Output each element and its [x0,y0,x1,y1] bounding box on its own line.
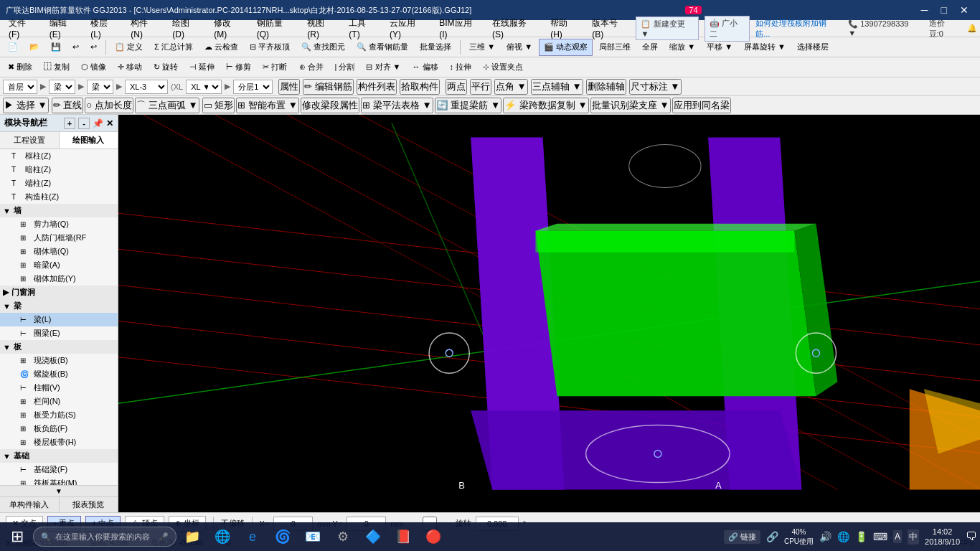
phone-btn[interactable]: 📞 13907298339 ▼ [845,18,920,39]
local-3d-btn[interactable]: 局部三维 [594,39,636,56]
zoom-btn[interactable]: 缩放 ▼ [664,39,700,56]
tab-draw-input[interactable]: 绘图输入 [60,132,118,149]
menu-bim[interactable]: BIM应用(I) [433,20,485,37]
taskbar-app-book[interactable]: 📕 [389,522,418,551]
sidebar-pin-btn[interactable]: 📌 [93,118,103,128]
tree-item-col-cap[interactable]: ⊢柱帽(V) [0,381,118,395]
open-file-btn[interactable]: 📂 [24,39,44,56]
flat-top-btn[interactable]: ⊟ 平齐板顶 [245,39,295,56]
search-box[interactable]: 🔍 在这里输入你要搜索的内容 🎤 [33,527,176,547]
pick-component-btn[interactable]: 拾取构件 [400,79,440,95]
close-button[interactable]: ✕ [954,4,974,16]
define-btn[interactable]: 📋 定义 [110,39,148,56]
tree-item-spiral-slab[interactable]: 🌀螺旋板(B) [0,367,118,381]
select-floor-btn[interactable]: 选择楼层 [792,39,834,56]
top-view-btn[interactable]: 俯视 ▼ [501,39,537,56]
select-mode-btn[interactable]: ▶ 选择 ▼ [3,98,49,113]
maximize-button[interactable]: □ [936,4,953,16]
volume-icon[interactable]: 🔊 [819,531,831,542]
tree-item-beam[interactable]: ⊢梁(L) [0,313,118,326]
property-btn[interactable]: 属性 [278,79,300,95]
extend-btn[interactable]: ⊣ 延伸 [184,59,220,76]
notification-btn[interactable]: 🗨 [966,530,977,543]
taskbar-app-store[interactable]: 📧 [298,522,327,551]
3d-view-btn[interactable]: 三维 ▼ [464,39,500,56]
merge-btn[interactable]: ⊕ 合并 [294,59,329,76]
split-btn[interactable]: | 分割 [330,59,360,76]
menu-file[interactable]: 文件(F) [3,20,42,37]
group-beam[interactable]: ▼梁 [0,299,118,313]
beam-table-btn[interactable]: ⊞ 梁平法表格 ▼ [361,98,433,113]
identify-support-btn[interactable]: 批量识别梁支座 ▼ [590,98,671,113]
smart-layout-btn[interactable]: ⊞ 智能布置 ▼ [236,98,299,113]
keyboard-icon[interactable]: ⌨ [873,531,887,542]
new-change-btn[interactable]: 📋 新建变更 ▼ [636,17,699,40]
tree-item-slab-neg-rebar[interactable]: ⊞板负筋(F) [0,422,118,435]
menu-tools[interactable]: 工具(T) [343,20,382,37]
reextract-btn[interactable]: 🔄 重提梁筋 ▼ [435,98,502,113]
start-button[interactable]: ⊞ [3,522,32,551]
point-angle-btn[interactable]: 点角 ▼ [494,79,528,95]
beam-name-select[interactable]: 梁 [87,80,113,94]
point-length-btn[interactable]: ○ 点加长度 [85,98,133,113]
component-type-select[interactable]: 梁 [49,80,75,94]
menu-draw[interactable]: 绘图(D) [166,20,207,37]
help-link[interactable]: 如何处理筏板附加钢筋... [755,18,839,39]
tree-item-slab-force-rebar[interactable]: ⊞板受力筋(S) [0,408,118,422]
set-grip-btn[interactable]: ⊹ 设置夹点 [478,59,528,76]
network-icon[interactable]: 🌐 [837,531,849,542]
taskbar-app-blue[interactable]: 🔷 [359,522,387,551]
tree-item-railspace[interactable]: ⊞栏间(N) [0,395,118,408]
move-btn[interactable]: ✛ 移动 [113,59,147,76]
tree-item-masonry-rebar[interactable]: ⊞砌体加筋(Y) [0,272,118,286]
dynamic-observe-btn[interactable]: 🎬 动态观察 [539,39,593,56]
assistant-btn[interactable]: 🤖 广小二 [705,16,750,42]
tree-item-civil-def-wall[interactable]: ⊞人防门框墙(RF [0,231,118,245]
tree-item-floor-band[interactable]: ⊞楼层板带(H) [0,435,118,449]
taskbar-app-mail[interactable]: 🌀 [268,522,297,551]
menu-component[interactable]: 构件(N) [125,20,165,37]
score-btn[interactable]: 造价豆:0 [926,17,961,41]
beam-section-select[interactable]: XL ▼ [186,80,222,94]
trim-btn[interactable]: ⊢ 修剪 [221,59,256,76]
lang-selector[interactable]: A [893,530,902,543]
menu-cloud[interactable]: 云应用(Y) [384,20,432,37]
taskbar-app-settings[interactable]: ⚙ [329,522,357,551]
view-rebar-btn[interactable]: 🔍 查看钢筋量 [352,39,413,56]
modify-beam-prop-btn[interactable]: 修改梁段属性 [301,98,359,113]
share-icon[interactable]: 🔗 [766,531,778,542]
group-foundation[interactable]: ▼基础 [0,449,118,463]
copy-btn[interactable]: ⿰ 复制 [39,59,75,76]
component-list-btn[interactable]: 构件列表 [357,79,397,95]
group-slab[interactable]: ▼板 [0,340,118,354]
canvas-area[interactable]: B A X Y Z [118,115,980,512]
menu-edit[interactable]: 编辑(E) [44,20,83,37]
tree-item-struct-col[interactable]: T构造柱(Z) [0,190,118,204]
tree-item-frame-col[interactable]: T框柱(Z) [0,149,118,163]
new-file-btn[interactable]: 📄 [3,39,23,56]
tab-project-settings[interactable]: 工程设置 [0,132,60,149]
offset-btn[interactable]: ↔ 偏移 [407,59,443,76]
sidebar-remove-btn[interactable]: - [78,118,90,129]
screen-rotate-btn[interactable]: 屏幕旋转 ▼ [739,39,791,56]
ime-selector[interactable]: 中 [908,529,919,545]
dimension-btn[interactable]: 尺寸标注 ▼ [629,79,682,95]
tree-item-hidden-beam[interactable]: ⊞暗梁(A) [0,258,118,272]
single-component-tab[interactable]: 单构件输入 [0,497,60,512]
tree-item-found-beam[interactable]: ⊢基础梁(F) [0,463,118,476]
menu-rebar[interactable]: 钢筋量(Q) [251,20,301,37]
cloud-check-btn[interactable]: ☁ 云检查 [199,39,243,56]
menu-modify[interactable]: 修改(M) [208,20,249,37]
redo-btn[interactable]: ↩ [85,39,102,56]
tree-item-shear-wall[interactable]: ⊞剪力墙(Q) [0,217,118,231]
clock[interactable]: 14:02 2018/9/10 [925,527,960,547]
sidebar-add-btn[interactable]: + [64,118,75,129]
span-copy-btn[interactable]: ⚡ 梁跨数据复制 ▼ [503,98,589,113]
floor-select[interactable]: 首层 [3,80,37,94]
delete-axis-btn[interactable]: 删除辅轴 [586,79,626,95]
menu-version[interactable]: 版本号(B) [586,20,634,37]
menu-help[interactable]: 帮助(H) [545,20,585,37]
rect-btn[interactable]: ▭ 矩形 [202,98,235,113]
menu-view[interactable]: 视图(R) [301,20,341,37]
link-btn[interactable]: 🔗 链接 [724,530,760,544]
